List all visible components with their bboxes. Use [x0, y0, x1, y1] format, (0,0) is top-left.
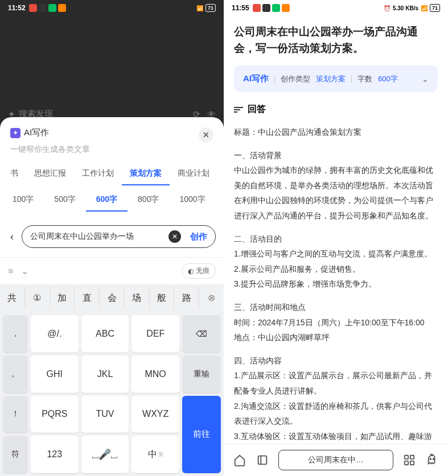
battery-level: 71 — [205, 4, 216, 12]
svg-point-6 — [433, 458, 434, 460]
suggest-7[interactable]: 般 — [150, 288, 175, 309]
grid-icon[interactable] — [402, 453, 416, 467]
sheet-subtitle: 一键帮你生成各类文章 — [0, 144, 224, 163]
app-icons — [29, 4, 66, 12]
key-reinput[interactable]: 重输 — [182, 355, 221, 393]
key-mic[interactable]: ⎵🎤⎵ — [81, 436, 129, 473]
type-label: 创作类型 — [281, 74, 310, 84]
word-label: 字数 — [357, 74, 372, 84]
key-at[interactable]: @/. — [31, 315, 79, 353]
sheet-title: AI写作 — [24, 127, 49, 138]
filter-icon — [234, 107, 243, 113]
time: 11:55 — [232, 4, 249, 12]
suggest-3[interactable]: 加 — [50, 288, 75, 309]
type-tabs: 书 思想汇报 工作计划 策划方案 商业计划 — [0, 163, 224, 185]
bottom-nav: 公司周末在中… — [224, 444, 448, 476]
app-icon — [39, 4, 47, 12]
tab-500[interactable]: 500字 — [44, 189, 85, 212]
key-123[interactable]: 123 — [31, 436, 79, 473]
tab-thought[interactable]: 思想汇报 — [26, 163, 74, 185]
ghost-icon[interactable] — [425, 453, 439, 467]
status-bar-left: 11:52 📶 71 — [0, 0, 224, 16]
key-exclaim[interactable]: ！ — [3, 396, 28, 433]
close-button[interactable]: ✕ — [199, 127, 213, 142]
status-bar-right: 11:55 ⏰ 5.30 KB/s 📶 71 — [224, 0, 448, 16]
app-icon — [29, 4, 37, 12]
tab-600[interactable]: 600字 — [86, 189, 128, 212]
tabs-icon[interactable] — [256, 453, 269, 467]
key-mno[interactable]: MNO — [131, 355, 179, 393]
type-value: 策划方案 — [316, 74, 346, 84]
prompt-input[interactable]: 公司周末在中山公园举办一场 ✕ 创作 — [22, 225, 216, 248]
svg-rect-3 — [405, 461, 408, 465]
stealth-button[interactable]: ◐ 无痕 — [182, 263, 216, 279]
home-icon[interactable] — [233, 453, 246, 467]
key-backspace[interactable]: ⌫ — [182, 315, 221, 353]
word-value: 600字 — [378, 74, 398, 84]
keyboard-toolbar: ≡ ⌄ ◐ 无痕 — [0, 257, 224, 284]
key-go[interactable]: 前往 — [182, 396, 221, 474]
input-value: 公司周末在中山公园举办一场 — [30, 231, 164, 242]
tab-800[interactable]: 800字 — [128, 189, 169, 212]
key-period[interactable]: 。 — [3, 355, 28, 393]
app-icon — [48, 4, 56, 12]
input-row: ‹ 公司周末在中山公园举办一场 ✕ 创作 — [0, 212, 224, 257]
kb-menu-icon[interactable]: ≡ — [8, 266, 13, 276]
app-icon — [58, 4, 66, 12]
divider — [274, 75, 275, 83]
article-body: 标题：中山公园产品沟通会策划方案 一、活动背景中山公园作为城市的绿肺，拥有丰富的… — [234, 125, 438, 444]
alarm-icon: ⏰ — [384, 5, 391, 11]
svg-rect-1 — [405, 456, 408, 459]
app-icon — [253, 4, 261, 12]
key-tuv[interactable]: TUV — [81, 396, 129, 433]
tab-1000[interactable]: 1000字 — [169, 189, 215, 212]
suggest-5[interactable]: 会 — [100, 288, 125, 309]
dark-background: ✦ 搜索发现 ⟳ 👁 — [0, 16, 224, 124]
svg-rect-4 — [410, 461, 414, 465]
app-icon — [272, 4, 280, 12]
key-wxyz[interactable]: WXYZ — [131, 396, 179, 433]
key-abc[interactable]: ABC — [81, 315, 129, 353]
answer-label: 回答 — [248, 104, 266, 115]
suggest-delete[interactable]: ⊗ — [199, 288, 224, 309]
create-button[interactable]: 创作 — [186, 231, 212, 242]
content-area: 公司周末在中山公园举办一场产品沟通会，写一份活动策划方案。 AI写作 创作类型策… — [224, 16, 448, 444]
tab-business[interactable]: 商业计划 — [170, 163, 217, 185]
ai-icon: ✦ — [10, 128, 20, 138]
keyboard-grid: ， @/. ABC DEF ⌫ 。 GHI JKL MNO 重输 ！ PQRS … — [0, 312, 224, 476]
signal-icon: 📶 — [196, 5, 203, 11]
tab-workplan[interactable]: 工作计划 — [74, 163, 122, 185]
key-def[interactable]: DEF — [131, 315, 179, 353]
key-pqrs[interactable]: PQRS — [31, 396, 79, 433]
clear-button[interactable]: ✕ — [168, 230, 181, 243]
suggest-1[interactable]: 共 — [0, 288, 25, 309]
address-bar[interactable]: 公司周末在中… — [278, 450, 393, 470]
ai-brand: AI写作 — [243, 73, 269, 84]
ai-banner[interactable]: AI写作 创作类型策划方案 字数600字 ⌄ — [234, 65, 438, 92]
chevron-down-icon[interactable]: ⌄ — [422, 74, 429, 84]
word-count-tabs: 100字 500字 600字 800字 1000字 — [0, 189, 224, 212]
keyboard: ≡ ⌄ ◐ 无痕 共 ① 加 直 会 场 般 路 ⊗ — [0, 257, 224, 476]
key-comma[interactable]: ， — [3, 315, 28, 353]
key-ghi[interactable]: GHI — [31, 355, 79, 393]
svg-rect-0 — [258, 456, 267, 465]
suggest-4[interactable]: 直 — [75, 288, 100, 309]
kb-collapse-icon[interactable]: ⌄ — [21, 266, 28, 276]
app-icon — [262, 4, 270, 12]
prompt-title: 公司周末在中山公园举办一场产品沟通会，写一份活动策划方案。 — [234, 24, 438, 56]
app-icon — [282, 4, 290, 12]
stealth-icon: ◐ — [188, 267, 194, 275]
back-arrow-icon[interactable]: ‹ — [8, 231, 16, 243]
key-jkl[interactable]: JKL — [81, 355, 129, 393]
svg-rect-2 — [410, 456, 414, 459]
key-symbol[interactable]: 符 — [3, 436, 28, 473]
suggest-6[interactable]: 场 — [125, 288, 150, 309]
answer-header: 回答 — [234, 104, 438, 115]
suggest-8[interactable]: 路 — [174, 288, 199, 309]
tab-proposal[interactable]: 策划方案 — [122, 163, 170, 185]
suggest-2[interactable]: ① — [25, 288, 50, 309]
tab-book[interactable]: 书 — [2, 163, 26, 185]
divider — [351, 75, 352, 83]
tab-100[interactable]: 100字 — [2, 189, 44, 212]
key-lang[interactable]: 中英 — [131, 436, 179, 473]
